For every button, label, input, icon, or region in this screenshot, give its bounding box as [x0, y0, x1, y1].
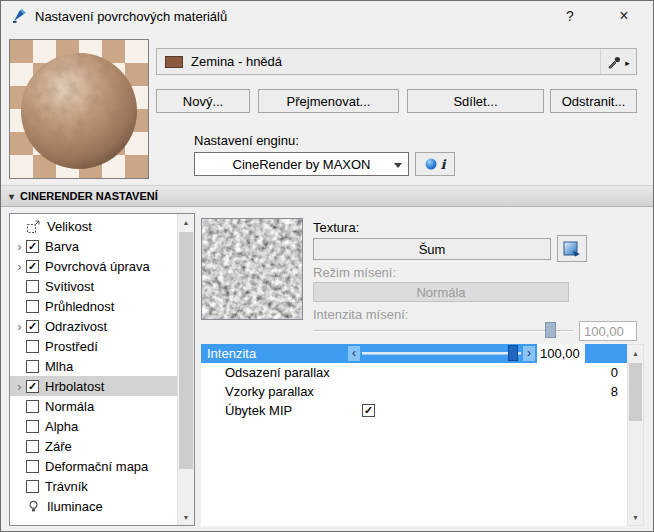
channel-row-odrazivost[interactable]: Odrazivost — [10, 316, 177, 336]
blend-intensity-slider — [313, 321, 573, 340]
spinner-left-icon[interactable] — [348, 346, 360, 361]
scroll-thumb[interactable] — [179, 232, 193, 469]
channel-row-mlha[interactable]: Mlha — [10, 356, 177, 376]
scroll-down-icon[interactable] — [628, 509, 643, 525]
property-row-intenzita[interactable]: Intenzita 100,00 — [201, 344, 627, 363]
channel-checkbox[interactable] — [26, 420, 39, 433]
channel-row-barva[interactable]: Barva — [10, 236, 177, 256]
scroll-thumb[interactable] — [629, 363, 642, 421]
surface-material-dialog: Nastavení povrchových materiálů ? × — [0, 0, 654, 532]
scroll-up-icon[interactable] — [628, 345, 643, 361]
texture-channel-icon — [563, 241, 581, 257]
rename-button[interactable]: Přejmenovat... — [258, 89, 399, 113]
channel-label: Alpha — [39, 419, 78, 434]
channel-row-iluminace[interactable]: Iluminace — [10, 496, 177, 516]
channel-row-velikost[interactable]: Velikost — [10, 216, 177, 236]
channel-row-prostredi[interactable]: Prostředí — [10, 336, 177, 356]
property-row-vzorky-parallax[interactable]: Vzorky parallax 8 — [201, 382, 627, 401]
engine-select[interactable]: CineRender by MAXON — [194, 152, 409, 176]
lamp-icon — [26, 499, 41, 514]
channel-label: Mlha — [39, 359, 73, 374]
channel-label: Hrbolatost — [39, 379, 104, 394]
property-label: Úbytek MIP — [201, 403, 292, 418]
channel-checkbox[interactable] — [26, 340, 39, 353]
texture-label: Textura: — [313, 220, 359, 235]
new-button[interactable]: Nový... — [156, 89, 250, 113]
channel-checkbox[interactable] — [26, 240, 39, 253]
expander-icon[interactable] — [13, 259, 26, 274]
channel-row-hrbolatost[interactable]: Hrbolatost — [10, 376, 177, 396]
delete-button[interactable]: Odstranit... — [550, 89, 637, 113]
channel-row-povrchova-uprava[interactable]: Povrchová úprava — [10, 256, 177, 276]
property-row-ubytek-mip[interactable]: Úbytek MIP — [201, 401, 627, 420]
channel-label: Záře — [39, 439, 72, 454]
intensity-slider[interactable] — [362, 352, 521, 355]
channel-row-svitivost[interactable]: Svítivost — [10, 276, 177, 296]
blend-intensity-label: Intenzita mísení: — [313, 307, 408, 322]
channel-checkbox[interactable] — [26, 300, 39, 313]
channel-row-deformacni-mapa[interactable]: Deformační mapa — [10, 456, 177, 476]
spinner-right-icon[interactable] — [523, 346, 535, 361]
expander-icon[interactable] — [13, 239, 26, 254]
channel-checkbox[interactable] — [26, 480, 39, 493]
channel-row-zare[interactable]: Záře — [10, 436, 177, 456]
titlebar: Nastavení povrchových materiálů ? × — [1, 1, 653, 31]
channel-checkbox[interactable] — [26, 320, 39, 333]
slider-thumb — [545, 322, 556, 338]
scroll-track[interactable] — [628, 361, 643, 509]
channel-rows: Velikost Barva Povrchová úprava Svítivos… — [10, 214, 177, 525]
channel-row-alpha[interactable]: Alpha — [10, 416, 177, 436]
intensity-value[interactable]: 100,00 — [537, 344, 585, 363]
share-button[interactable]: Sdílet... — [407, 89, 544, 113]
expander-icon[interactable] — [13, 319, 26, 334]
resize-icon — [26, 219, 41, 234]
properties-scrollbar[interactable] — [627, 344, 644, 526]
properties-table: Intenzita 100,00 Odsazení parallax 0 Vzo… — [201, 344, 627, 526]
slider-track — [313, 330, 573, 332]
channel-checkbox[interactable] — [26, 460, 39, 473]
engine-info-button[interactable]: i — [415, 152, 455, 176]
channel-row-pruhlednost[interactable]: Průhlednost — [10, 296, 177, 316]
channel-checkbox[interactable] — [26, 280, 39, 293]
channel-label: Barva — [39, 239, 79, 254]
expander-icon[interactable] — [13, 379, 26, 394]
channel-label: Velikost — [41, 219, 92, 234]
texture-type-button[interactable]: Šum — [313, 238, 551, 260]
engine-value: CineRender by MAXON — [233, 157, 371, 172]
channel-checkbox[interactable] — [26, 380, 39, 393]
close-button[interactable]: × — [603, 1, 645, 31]
texture-channel-button[interactable] — [557, 235, 587, 262]
menu-arrow-icon — [625, 54, 630, 69]
channel-label: Normála — [39, 399, 94, 414]
material-name: Zemina - hnědá — [191, 54, 600, 69]
eyedropper-button[interactable] — [600, 49, 636, 74]
help-button[interactable]: ? — [549, 1, 591, 31]
channel-label: Odrazivost — [39, 319, 107, 334]
app-icon — [11, 8, 27, 24]
channel-list: Velikost Barva Povrchová úprava Svítivos… — [9, 213, 195, 526]
channel-checkbox[interactable] — [26, 360, 39, 373]
texture-preview[interactable] — [201, 218, 303, 320]
scroll-down-icon[interactable] — [178, 509, 194, 525]
engine-label: Nastavení enginu: — [194, 133, 299, 148]
channel-row-normala[interactable]: Normála — [10, 396, 177, 416]
intensity-slider-thumb[interactable] — [508, 345, 518, 361]
channel-row-travnik[interactable]: Trávník — [10, 476, 177, 496]
collapse-triangle-icon — [9, 190, 14, 202]
scroll-up-icon[interactable] — [178, 214, 194, 230]
material-preview — [9, 39, 149, 179]
channel-checkbox[interactable] — [26, 440, 39, 453]
channel-checkbox[interactable] — [26, 260, 39, 273]
channel-list-scrollbar[interactable] — [177, 214, 194, 525]
mip-checkbox[interactable] — [362, 404, 375, 417]
scroll-track[interactable] — [178, 230, 194, 509]
channel-checkbox[interactable] — [26, 400, 39, 413]
property-row-odsazeni-parallax[interactable]: Odsazení parallax 0 — [201, 363, 627, 382]
section-header-cinerender[interactable]: CINERENDER NASTAVENÍ — [1, 185, 654, 207]
property-value[interactable]: 0 — [611, 365, 618, 380]
channel-label: Průhlednost — [39, 299, 114, 314]
channel-label: Prostředí — [39, 339, 98, 354]
property-value[interactable]: 8 — [611, 384, 618, 399]
chevron-down-icon — [394, 163, 402, 168]
material-name-dropdown[interactable]: Zemina - hnědá — [156, 48, 637, 75]
